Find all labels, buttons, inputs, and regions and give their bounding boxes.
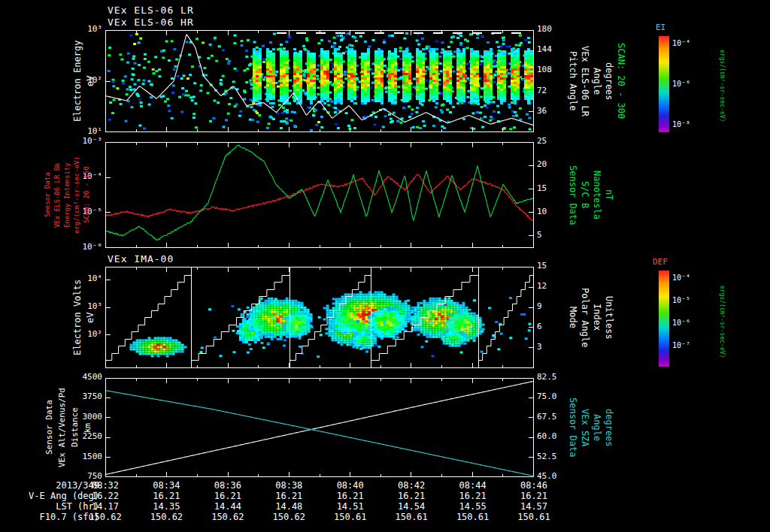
footer-value: 16.21 — [387, 491, 435, 502]
colorbar-tick-label: 10⁻⁴ — [672, 39, 690, 48]
axis-label: VEx ELS-06 LR Bk — [53, 142, 61, 248]
time-tick-label: 08:36 — [204, 481, 252, 491]
footer-value: 14.54 — [387, 502, 435, 512]
colorbar-tick-label: 10⁻⁵ — [672, 296, 690, 305]
panel3-title: VEx IMA-00 — [108, 253, 174, 264]
ima-spectrogram — [105, 267, 534, 368]
axis-label: Mode — [567, 267, 578, 368]
time-tick-label: 08:44 — [449, 481, 497, 491]
time-tick-label: 08:32 — [81, 481, 129, 491]
colorbar-tick-label: 10⁻⁷ — [672, 341, 690, 350]
vex-quicklook-plot: VEx ELS-06 LR VEx ELS-06 HR VEx IMA-00 1… — [0, 0, 770, 532]
colorbar-tick-label: 10⁻⁶ — [672, 80, 690, 89]
tick-label: 10¹ — [66, 127, 102, 137]
time-tick-label: 08:40 — [326, 481, 374, 491]
axis-label: Polar Angle — [579, 267, 590, 368]
footer-value: 14.57 — [510, 502, 558, 512]
footer-value: 14.35 — [142, 502, 190, 512]
time-tick-label: 08:34 — [142, 481, 190, 491]
tick-label: 10³ — [66, 25, 102, 35]
footer-value: 14.48 — [265, 502, 313, 512]
axis-label: SCAN: 20 - 300 — [615, 30, 626, 132]
axis-label: VEx ELS-06 LR — [579, 30, 590, 132]
colorbar-def — [659, 271, 669, 367]
axis-label: Angle — [591, 378, 602, 477]
axis-label: Sensor Data — [567, 142, 578, 248]
colorbar-tick-label: 10⁻⁴ — [672, 274, 690, 283]
footer-value: 150.62 — [81, 512, 129, 523]
axis-label: Nanotesla — [591, 142, 602, 248]
axis-label: Angle — [591, 30, 602, 132]
axis-label: Distance — [71, 378, 80, 477]
axis-label: S/C B — [579, 142, 590, 248]
axis-label: eV — [86, 30, 96, 132]
axis-label: km — [83, 378, 93, 477]
colorbar-tick-label: 10⁻⁸ — [672, 120, 690, 129]
footer-value: 16.21 — [449, 491, 497, 502]
axis-label: VEx SZA — [579, 378, 590, 477]
axis-label: degrees — [603, 378, 614, 477]
axis-label: ergs/(cm²-sr-sec-eV) — [719, 33, 726, 138]
axis-label: Index — [591, 267, 602, 368]
axis-label: Electron Energy — [73, 30, 83, 132]
colorbar-ei — [659, 36, 669, 132]
footer-value: 16.21 — [204, 491, 252, 502]
footer-value: 14.51 — [326, 502, 374, 512]
colorbar-def-title: DEF — [653, 258, 668, 268]
axis-label: SCAN: 20 - 150 — [83, 142, 90, 248]
colorbar-tick-label: 10⁻⁶ — [672, 319, 690, 328]
axis-label: Electron Volts — [73, 267, 83, 368]
footer-value: 150.62 — [265, 512, 313, 523]
colorbar-ei-title: EI — [656, 23, 665, 33]
footer-value: 16.21 — [326, 491, 374, 502]
time-tick-label: 08:42 — [387, 481, 435, 491]
footer-value: 16.22 — [81, 491, 129, 502]
axis-label: Sensor Data — [45, 378, 55, 477]
footer-value: 14.44 — [204, 502, 252, 512]
footer-value: 14.55 — [449, 502, 497, 512]
bk-intensity-bfield-plot — [105, 142, 534, 248]
axis-label: erg/(cm²-sr-sec-eV) — [73, 142, 80, 248]
time-tick-label: 08:46 — [510, 481, 558, 491]
axis-label: ergs/(cm²-sr-sec-eV) — [719, 269, 726, 374]
panel1-title-line2: VEx ELS-06 HR — [108, 17, 194, 28]
altitude-sza-plot — [105, 378, 534, 477]
axis-label: eV — [86, 267, 96, 368]
axis-label: Energy Intensity — [63, 142, 71, 248]
footer-value: 16.21 — [142, 491, 190, 502]
footer-value: 14.17 — [81, 502, 129, 512]
footer-value: 150.61 — [510, 512, 558, 523]
footer-value: 150.62 — [142, 512, 190, 523]
footer-value: 16.21 — [265, 491, 313, 502]
footer-value: 150.61 — [387, 512, 435, 523]
time-tick-label: 08:38 — [265, 481, 313, 491]
axis-label: Sensor Data — [567, 378, 578, 477]
footer-value: 150.62 — [204, 512, 252, 523]
axis-label: VEx Alt/Venus/Pd — [58, 378, 68, 477]
axis-label: Unitless — [603, 267, 614, 368]
axis-label: nT — [603, 142, 614, 248]
axis-label: degrees — [603, 30, 614, 132]
panel1-title-line1: VEx ELS-06 LR — [108, 5, 194, 16]
axis-label: Sensor Data — [44, 142, 51, 248]
footer-value: 150.61 — [449, 512, 497, 523]
footer-value: 150.61 — [326, 512, 374, 523]
axis-label: Pitch Angle — [567, 30, 578, 132]
els-energy-spectrogram — [105, 30, 534, 132]
footer-value: 16.21 — [510, 491, 558, 502]
